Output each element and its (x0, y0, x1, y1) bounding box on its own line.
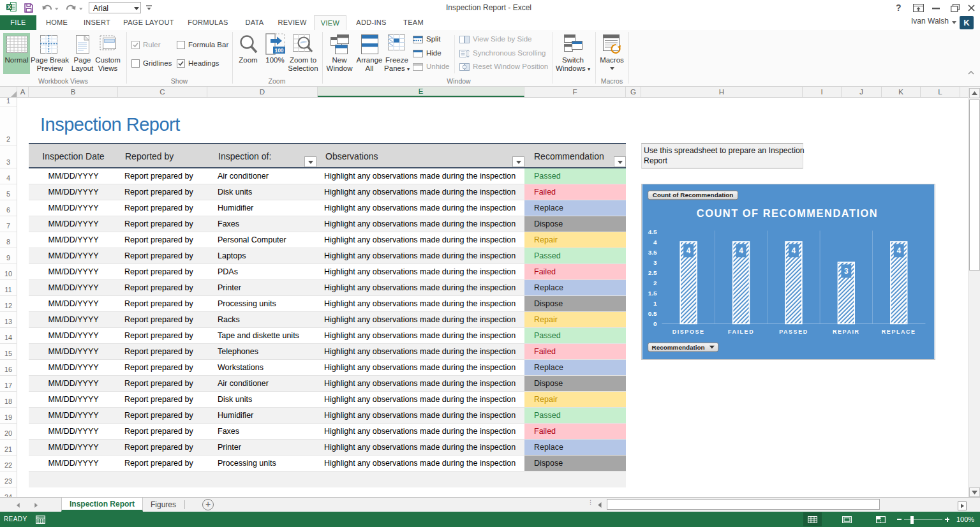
svg-text:1.5: 1.5 (648, 290, 657, 297)
svg-text:REPLACE: REPLACE (882, 329, 916, 335)
svg-text:0: 0 (653, 320, 657, 327)
svg-text:Recommendation: Recommendation (652, 344, 705, 351)
svg-text:PASSED: PASSED (779, 329, 808, 335)
svg-text:DISPOSE: DISPOSE (672, 329, 705, 335)
svg-text:4: 4 (687, 246, 691, 255)
svg-text:100: 100 (274, 47, 283, 54)
svg-text:COUNT OF RECOMMENDATION: COUNT OF RECOMMENDATION (697, 207, 878, 219)
svg-text:Count of Recommendation: Count of Recommendation (653, 191, 734, 198)
svg-text:REPAIR: REPAIR (833, 329, 860, 335)
svg-text:X: X (7, 4, 11, 10)
svg-text:1: 1 (653, 300, 657, 307)
svg-text:4: 4 (653, 239, 657, 246)
svg-text:2: 2 (653, 279, 657, 286)
svg-text:3: 3 (844, 267, 849, 276)
svg-text:4: 4 (896, 246, 901, 255)
svg-text:4.5: 4.5 (648, 228, 657, 235)
svg-text:FAILED: FAILED (728, 329, 754, 335)
svg-text:0.5: 0.5 (648, 310, 657, 317)
svg-text:3.5: 3.5 (648, 249, 657, 256)
svg-text:3: 3 (653, 259, 657, 266)
svg-text:2.5: 2.5 (648, 269, 657, 276)
svg-text:4: 4 (739, 246, 743, 255)
svg-text:4: 4 (792, 246, 796, 255)
